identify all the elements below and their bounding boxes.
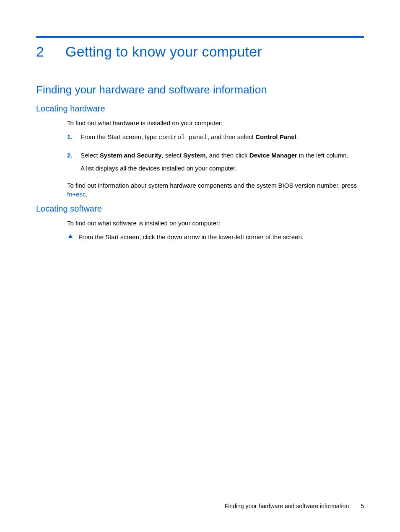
hardware-intro: To find out what hardware is installed o… — [67, 119, 364, 127]
step-2-marker: 2. — [67, 151, 75, 177]
footer-section-title: Finding your hardware and software infor… — [225, 503, 349, 509]
subsection-locating-software: Locating software — [36, 204, 364, 214]
bold-control-panel: Control Panel — [255, 133, 296, 140]
step-2-para2: A list displays all the devices installe… — [81, 164, 364, 173]
step-1-body: From the Start screen, type control pane… — [81, 132, 364, 146]
footer-page-number: 5 — [361, 503, 364, 509]
page-footer: Finding your hardware and software infor… — [225, 503, 364, 509]
chapter-heading: 2Getting to know your computer — [36, 44, 364, 60]
chapter-title: Getting to know your computer — [65, 44, 262, 59]
software-bullet-text: From the Start screen, click the down ar… — [78, 232, 304, 241]
bold-device-manager: Device Manager — [249, 152, 297, 159]
key-esc: esc — [76, 191, 86, 198]
step-2-text: Select System and Security, select Syste… — [81, 151, 364, 160]
chapter-top-rule — [36, 36, 364, 38]
step-1-marker: 1. — [67, 132, 75, 146]
hardware-body: To find out what hardware is installed o… — [67, 119, 364, 199]
section-heading: Finding your hardware and software infor… — [36, 83, 364, 96]
step-1-text: From the Start screen, type control pane… — [81, 132, 364, 142]
key-fn: fn — [67, 191, 73, 198]
chapter-number: 2 — [36, 44, 65, 60]
bold-system: System — [183, 152, 205, 159]
bold-system-and-security: System and Security — [100, 152, 162, 159]
step-1: 1. From the Start screen, type control p… — [67, 132, 364, 146]
software-body: To find out what software is installed o… — [67, 219, 364, 242]
software-intro: To find out what software is installed o… — [67, 219, 364, 227]
software-bullet-row: From the Start screen, click the down ar… — [67, 232, 364, 241]
key-plus: + — [73, 191, 76, 198]
subsection-locating-hardware: Locating hardware — [36, 104, 364, 114]
code-control-panel: control panel — [158, 134, 208, 141]
step-2-body: Select System and Security, select Syste… — [81, 151, 364, 177]
step-2: 2. Select System and Security, select Sy… — [67, 151, 364, 177]
hardware-outro: To find out information about system har… — [67, 181, 364, 199]
triangle-bullet-icon — [68, 234, 73, 238]
